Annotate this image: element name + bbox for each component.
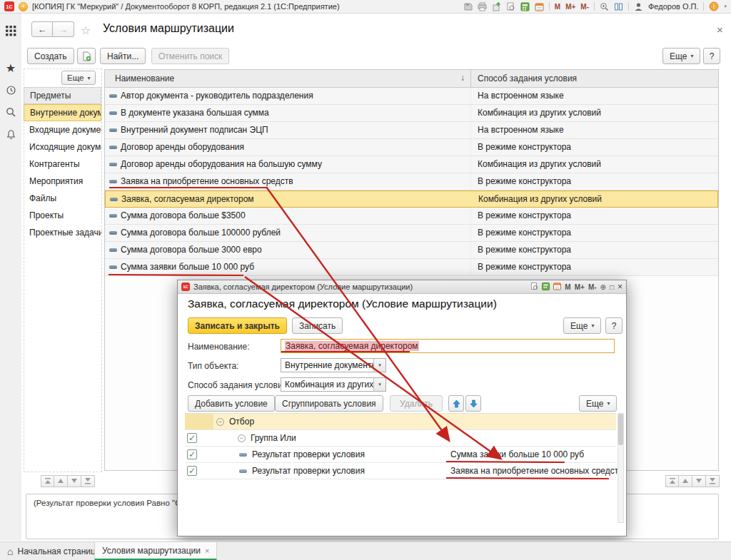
table-row[interactable]: Сумма заявки больше 10 000 рубВ режиме к… [105, 259, 718, 276]
sidebar-item-projects[interactable]: Проекты [24, 207, 101, 224]
save-button[interactable]: Записать [292, 317, 343, 334]
create-button[interactable]: Создать [27, 48, 74, 64]
collapse-node-icon[interactable]: − [216, 418, 224, 426]
table-row[interactable]: Договор аренды оборудованияВ режиме конс… [105, 139, 718, 156]
info-icon[interactable]: i [709, 1, 719, 11]
dialog-more-button[interactable]: Еще▾ [563, 317, 601, 334]
dialog-help-button[interactable]: ? [605, 317, 622, 334]
memory-add-icon[interactable]: M+ [565, 1, 575, 11]
table-row[interactable]: В документе указана большая суммаКомбина… [105, 105, 718, 122]
window-close-icon[interactable]: × [717, 24, 723, 36]
print-preview-icon[interactable] [530, 282, 538, 292]
forward-button[interactable]: → [53, 21, 74, 37]
move-bottom-icon[interactable] [81, 475, 95, 487]
tab-home-page[interactable]: ⌂ Начальная страница [0, 542, 108, 560]
dialog-title-bar[interactable]: 1С Заявка, согласуемая директором (Услов… [178, 280, 626, 294]
name-field[interactable]: Заявка, согласуемая директором [281, 339, 615, 353]
collapse-node-icon[interactable]: − [238, 434, 246, 442]
memory-store-icon[interactable]: M [555, 1, 560, 11]
list-more-button[interactable]: Еще▾ [662, 48, 700, 64]
calendar-icon[interactable] [553, 282, 561, 292]
checkbox-checked[interactable]: ✓ [187, 449, 197, 459]
favorites-star-icon[interactable]: ★ [5, 62, 16, 73]
tab-close-icon[interactable]: × [205, 546, 209, 555]
memory-add-icon[interactable]: M+ [575, 283, 585, 291]
table-row[interactable]: Автор документа - руководитель подраздел… [105, 88, 718, 105]
checkbox-checked[interactable]: ✓ [187, 433, 197, 443]
move-top-icon[interactable] [41, 475, 54, 487]
table-row[interactable]: Сумма договора больше 3000 евроВ режиме … [105, 242, 718, 259]
move-up-icon[interactable] [679, 475, 692, 487]
create-by-copy-button[interactable] [77, 48, 96, 64]
print-icon[interactable] [478, 1, 487, 11]
sidebar-item-internal-documents[interactable]: Внутренние документы [24, 104, 101, 121]
table-row-selected[interactable]: Заявка, согласуемая директоромКомбинация… [105, 190, 718, 208]
print-preview-icon[interactable] [506, 1, 515, 11]
history-clock-icon[interactable] [5, 84, 16, 96]
sidebar-item-outgoing-documents[interactable]: Исходящие документы [24, 138, 101, 156]
move-down-button[interactable] [465, 395, 481, 412]
tree-condition-row[interactable]: ✓ Результат проверки условия Сумма заявк… [185, 447, 616, 463]
find-button[interactable]: Найти... [100, 48, 146, 64]
calculator-icon[interactable] [542, 282, 550, 292]
object-type-combo[interactable]: Внутренние документы▾ [281, 358, 386, 372]
table-row[interactable]: Заявка на приобретение основных средствВ… [105, 173, 718, 190]
chevron-down-icon[interactable]: ▾ [373, 359, 385, 372]
column-header-name[interactable]: Наименование [115, 73, 174, 83]
favorite-toggle-star-icon[interactable]: ☆ [81, 24, 91, 37]
zoom-icon[interactable]: ⊕ [600, 283, 606, 291]
cancel-search-button[interactable]: Отменить поиск [151, 48, 229, 64]
table-row[interactable]: Сумма договора больше 100000 рублейВ реж… [105, 225, 718, 242]
split-columns-icon[interactable] [614, 1, 623, 11]
notifications-bell-icon[interactable] [5, 128, 16, 140]
sidebar-item-events[interactable]: Мероприятия [24, 173, 101, 190]
move-up-button[interactable] [448, 395, 464, 412]
group-conditions-button[interactable]: Сгруппировать условия [275, 395, 383, 412]
zoom-icon[interactable] [600, 1, 609, 11]
delete-condition-button[interactable]: Удалить [390, 395, 443, 412]
maximize-icon[interactable]: □ [610, 283, 614, 291]
send-icon[interactable] [492, 1, 501, 11]
move-down-icon[interactable] [692, 475, 706, 487]
tree-group-row[interactable]: ✓ − Группа Или [185, 430, 616, 447]
sidebar-item-project-tasks[interactable]: Проектные задачи [24, 224, 101, 241]
user-icon[interactable] [634, 1, 643, 11]
sidebar-item-files[interactable]: Файлы [24, 190, 101, 207]
memory-store-icon[interactable]: M [565, 283, 570, 291]
move-top-icon[interactable] [665, 475, 679, 487]
table-row[interactable]: Договор аренды оборудования на большую с… [105, 156, 718, 173]
table-row[interactable]: Внутренний документ подписан ЭЦПНа встро… [105, 122, 718, 139]
save-and-close-button[interactable]: Записать и закрыть [188, 317, 287, 334]
dialog-scrollbar[interactable] [617, 413, 624, 523]
save-icon[interactable] [463, 1, 473, 11]
memory-subtract-icon[interactable]: M- [580, 1, 589, 11]
move-up-icon[interactable] [54, 475, 68, 487]
sidebar-item-counterparties[interactable]: Контрагенты [24, 156, 101, 173]
checkbox-checked[interactable]: ✓ [187, 466, 197, 476]
menu-grid-icon[interactable] [5, 25, 16, 36]
dialog-close-icon[interactable]: × [617, 282, 622, 292]
more-tools-caret-icon[interactable]: ▾ [724, 1, 727, 11]
scrollbar-thumb[interactable] [618, 414, 623, 445]
memory-subtract-icon[interactable]: M- [588, 283, 597, 291]
sidebar-more-button[interactable]: Еще▾ [61, 71, 96, 85]
back-button[interactable]: ← [31, 21, 53, 37]
method-combo[interactable]: Комбинация из других ус▾ [281, 377, 386, 392]
tree-root-row[interactable]: − Отбор [185, 414, 616, 430]
builder-more-button[interactable]: Еще▾ [579, 395, 617, 412]
tab-routing-conditions[interactable]: Условия маршрутизации × [94, 542, 217, 560]
tree-condition-row[interactable]: ✓ Результат проверки условия Заявка на п… [185, 463, 616, 479]
help-button[interactable]: ? [703, 48, 720, 64]
calendar-icon[interactable] [535, 1, 544, 11]
sidebar-item-incoming-documents[interactable]: Входящие документы [24, 121, 101, 138]
table-row[interactable]: Сумма договора больше $3500В режиме конс… [105, 208, 718, 225]
chevron-down-icon[interactable]: ▾ [373, 378, 385, 391]
current-user-name[interactable]: Федоров О.П. [648, 2, 699, 11]
column-header-method[interactable]: Способ задания условия [478, 73, 577, 83]
search-icon[interactable] [5, 106, 16, 118]
main-menu-icon[interactable]: ▾ [19, 2, 28, 11]
move-bottom-icon[interactable] [706, 475, 720, 487]
calculator-icon[interactable] [520, 1, 530, 11]
move-down-icon[interactable] [68, 475, 81, 487]
add-condition-button[interactable]: Добавить условие [188, 395, 275, 412]
